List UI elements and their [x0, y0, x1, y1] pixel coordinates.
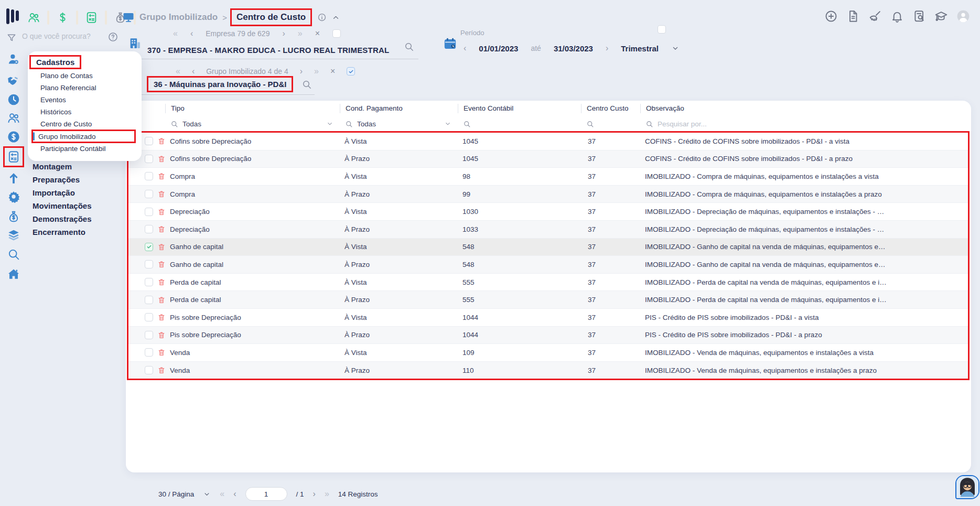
trash-icon[interactable] [157, 137, 166, 145]
row-checkbox[interactable] [145, 243, 153, 251]
sidebar-moneybag-icon[interactable] [7, 210, 20, 223]
chevron-up-icon[interactable] [331, 13, 340, 22]
trash-icon[interactable] [157, 243, 166, 251]
column-header-cond-pagamento[interactable]: Cond. Pagamento [340, 104, 458, 113]
document-icon[interactable] [846, 9, 860, 23]
sidebar-chart-up-icon[interactable] [7, 171, 20, 185]
trash-icon[interactable] [157, 225, 166, 233]
dollar-icon[interactable] [56, 11, 69, 24]
sidebar-home-icon[interactable] [7, 267, 20, 281]
column-header-centro-custo[interactable]: Centro Custo [581, 104, 640, 113]
filter-cond-pagamento[interactable]: Todas [340, 116, 458, 131]
broom-icon[interactable] [868, 9, 882, 23]
sidebar-layers-icon[interactable] [7, 228, 20, 242]
chevron-down-icon[interactable] [326, 120, 333, 127]
calculator-icon[interactable] [85, 11, 98, 24]
prev-period-icon[interactable]: ‹ [464, 44, 466, 52]
table-row[interactable]: Pis sobre DepreciaçãoÀ Prazo104437PIS - … [128, 326, 968, 344]
trash-icon[interactable] [157, 278, 166, 286]
menu-item-plano-referencial[interactable]: Plano Referencial [28, 82, 142, 94]
column-header-observacao[interactable]: Observação [640, 104, 971, 113]
company-search-icon[interactable] [404, 41, 414, 52]
trash-icon[interactable] [157, 208, 166, 216]
group-value[interactable]: 36 - Máquinas para Inovação - PD&I [148, 78, 292, 91]
row-checkbox[interactable] [145, 296, 153, 304]
first-company-icon[interactable]: « [173, 29, 178, 38]
menu-section-montagem[interactable]: Montagem [33, 160, 92, 173]
row-checkbox[interactable] [145, 313, 153, 321]
chevron-down-icon[interactable] [444, 120, 451, 127]
group-checkbox[interactable] [347, 67, 355, 76]
trash-icon[interactable] [157, 260, 166, 268]
trash-icon[interactable] [157, 155, 166, 163]
row-checkbox[interactable] [145, 260, 153, 268]
company-value[interactable]: 370 - EMPRESA - MAKRO EDUCA - LUCRO REAL… [147, 46, 389, 55]
users-icon[interactable] [27, 11, 40, 24]
menu-item-historicos[interactable]: Históricos [28, 106, 142, 118]
table-row[interactable]: Cofins sobre DepreciaçãoÀ Prazo104537COF… [128, 150, 968, 168]
sidebar-search-icon[interactable] [7, 247, 20, 261]
trash-icon[interactable] [157, 331, 166, 339]
user-avatar-icon[interactable] [956, 9, 970, 23]
period-end-date[interactable]: 31/03/2023 [554, 44, 593, 53]
breadcrumb-current[interactable]: Centro de Custo [232, 10, 310, 25]
menu-item-centro-de-custo[interactable]: Centro de Custo [28, 118, 142, 130]
table-row[interactable]: CompraÀ Vista9837IMOBILIZADO - Compra de… [128, 167, 968, 185]
table-row[interactable]: VendaÀ Prazo11037IMOBILIZADO - Venda de … [128, 361, 968, 379]
row-checkbox[interactable] [145, 348, 153, 357]
first-group-icon[interactable]: « [176, 67, 180, 76]
table-row[interactable]: Perda de capitalÀ Vista55537IMOBILIZADO … [128, 273, 968, 291]
menu-section-preparacoes[interactable]: Preparações [33, 173, 92, 186]
period-start-date[interactable]: 01/01/2023 [479, 44, 518, 53]
table-row[interactable]: Pis sobre DepreciaçãoÀ Vista104437PIS - … [128, 308, 968, 326]
first-page-icon[interactable]: « [220, 489, 224, 499]
sidebar-dollar-circle-icon[interactable] [7, 130, 20, 144]
menu-item-eventos[interactable]: Eventos [28, 94, 142, 106]
menu-section-importacao[interactable]: Importação [33, 186, 92, 199]
trash-icon[interactable] [157, 190, 166, 198]
global-search-input[interactable] [21, 31, 102, 41]
filter-evento-contabil[interactable] [458, 116, 581, 131]
trash-icon[interactable] [157, 172, 166, 180]
sidebar-clock-icon[interactable] [7, 93, 20, 106]
row-checkbox[interactable] [145, 137, 153, 145]
bell-icon[interactable] [890, 9, 904, 23]
row-checkbox[interactable] [145, 172, 153, 180]
table-row[interactable]: DepreciaçãoÀ Vista103037IMOBILIZADO - De… [128, 202, 968, 220]
breadcrumb-parent[interactable]: Grupo Imobilizado [139, 12, 218, 23]
help-icon[interactable] [107, 31, 119, 42]
plus-circle-icon[interactable] [824, 9, 838, 23]
audit-log-icon[interactable] [912, 9, 926, 23]
chevron-down-icon[interactable] [671, 44, 680, 52]
sidebar-user-settings-icon[interactable] [7, 52, 20, 66]
trash-icon[interactable] [157, 366, 166, 374]
menu-item-plano-de-contas[interactable]: Plano de Contas [28, 70, 142, 82]
menu-section-demonstracoes[interactable]: Demonstrações [33, 212, 92, 225]
prev-group-icon[interactable]: ‹ [192, 67, 195, 76]
clear-group-icon[interactable]: × [330, 67, 335, 76]
page-size-label[interactable]: 30 / Página [158, 490, 194, 498]
menu-section-movimentacoes[interactable]: Movimentações [33, 199, 92, 212]
row-checkbox[interactable] [145, 208, 153, 216]
table-row[interactable]: Ganho de capitalÀ Prazo54837IMOBILIZADO … [128, 255, 968, 273]
column-header-evento-contabil[interactable]: Evento Contábil [458, 104, 581, 113]
next-period-icon[interactable]: › [606, 44, 608, 52]
menu-item-grupo-imobilizado[interactable]: Grupo Imobilizado [33, 131, 134, 142]
row-checkbox[interactable] [145, 366, 153, 374]
row-checkbox[interactable] [145, 331, 153, 339]
info-icon[interactable] [317, 13, 327, 22]
prev-page-icon[interactable]: ‹ [233, 489, 236, 499]
filter-observacao[interactable]: Pesquisar por... [640, 116, 971, 131]
menu-item-participante-contabil[interactable]: Participante Contábil [28, 143, 142, 155]
prev-company-icon[interactable]: ‹ [190, 29, 193, 38]
last-page-icon[interactable]: » [325, 489, 329, 499]
column-header-tipo[interactable]: Tipo [165, 104, 340, 113]
row-checkbox[interactable] [145, 225, 153, 233]
table-row[interactable]: VendaÀ Vista10937IMOBILIZADO - Venda de … [128, 343, 968, 361]
menu-title[interactable]: Cadastros [31, 57, 80, 68]
last-company-icon[interactable]: » [298, 29, 303, 38]
row-checkbox[interactable] [145, 278, 153, 286]
graduation-cap-icon[interactable] [934, 9, 948, 23]
trash-icon[interactable] [157, 296, 166, 304]
period-frequency[interactable]: Trimestral [621, 44, 659, 53]
